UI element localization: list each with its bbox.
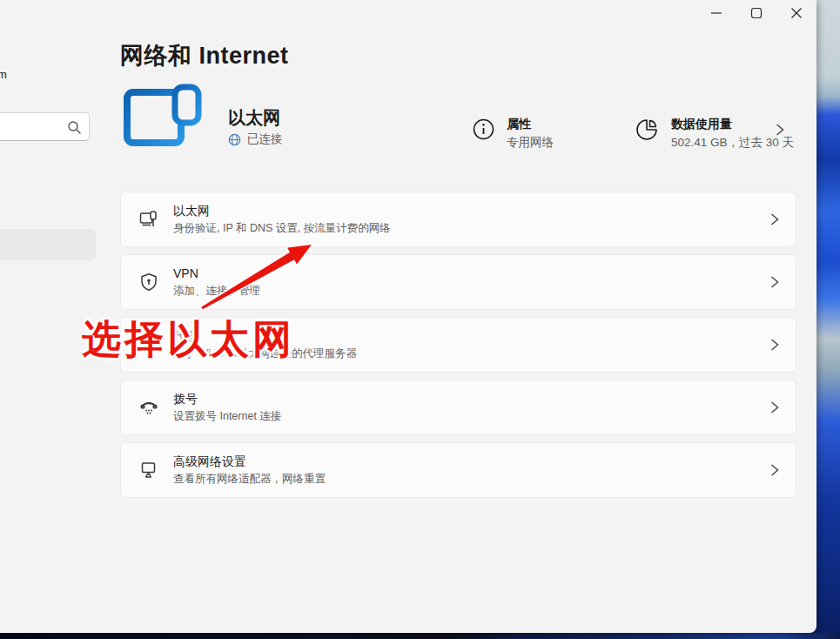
info-circle-icon	[473, 118, 494, 140]
page-title: 网络和 Internet	[120, 40, 289, 71]
chevron-right-icon	[769, 275, 780, 289]
pie-chart-icon	[635, 118, 659, 142]
connection-status: 已连接	[228, 131, 283, 147]
annotation-label: 选择以太网	[82, 313, 295, 366]
ethernet-icon	[138, 209, 159, 230]
card-title: VPN	[173, 266, 769, 281]
account-name-fragment: m	[0, 68, 7, 81]
card-dialup[interactable]: 拨号 设置拨号 Internet 连接	[120, 380, 796, 435]
connection-status-label: 已连接	[247, 131, 283, 147]
card-advanced-network[interactable]: 高级网络设置 查看所有网络适配器，网络重置	[120, 442, 796, 498]
advanced-network-icon	[138, 460, 159, 481]
sidebar-item-selected[interactable]	[0, 229, 96, 260]
chevron-right-icon	[769, 400, 780, 414]
data-usage-block[interactable]: 数据使用量 502.41 GB，过去 30 天	[635, 116, 794, 151]
card-title: 拨号	[173, 391, 769, 407]
data-usage-value: 502.41 GB，过去 30 天	[671, 135, 794, 151]
titlebar	[696, 0, 816, 26]
card-vpn[interactable]: VPN 添加、连接、管理	[120, 254, 796, 310]
taskbar-edge	[0, 633, 840, 639]
card-ethernet[interactable]: 以太网 身份验证, IP 和 DNS 设置, 按流量计费的网络	[120, 192, 796, 247]
card-subtitle: 添加、连接、管理	[173, 284, 769, 299]
magnifier-icon	[67, 120, 82, 135]
chevron-right-icon	[769, 338, 780, 352]
properties-subtitle: 专用网络	[507, 135, 554, 151]
vpn-shield-icon	[138, 272, 159, 293]
card-title: 高级网络设置	[173, 454, 769, 469]
card-title: 以太网	[173, 203, 769, 219]
close-icon	[790, 7, 803, 19]
card-subtitle: 设置拨号 Internet 连接	[173, 409, 769, 424]
properties-title: 属性	[507, 116, 554, 131]
card-subtitle: 身份验证, IP 和 DNS 设置, 按流量计费的网络	[173, 221, 769, 236]
dialup-phone-icon	[138, 397, 159, 418]
ethernet-hero-icon	[122, 83, 211, 168]
minimize-button[interactable]	[696, 0, 736, 26]
chevron-right-icon	[769, 212, 780, 226]
globe-icon	[228, 133, 241, 146]
card-subtitle: 查看所有网络适配器，网络重置	[173, 472, 769, 487]
properties-block[interactable]: 属性 专用网络	[473, 116, 554, 151]
connection-name: 以太网	[228, 106, 280, 130]
minimize-icon	[710, 7, 722, 19]
search-input[interactable]	[0, 112, 90, 141]
screen: m 网络和 Internet 以太网	[0, 0, 840, 639]
chevron-right-icon	[769, 463, 780, 477]
settings-window: m 网络和 Internet 以太网	[0, 0, 816, 633]
maximize-icon	[750, 7, 763, 19]
chevron-right-icon[interactable]	[775, 123, 785, 137]
close-button[interactable]	[776, 0, 816, 26]
maximize-button[interactable]	[736, 0, 776, 26]
